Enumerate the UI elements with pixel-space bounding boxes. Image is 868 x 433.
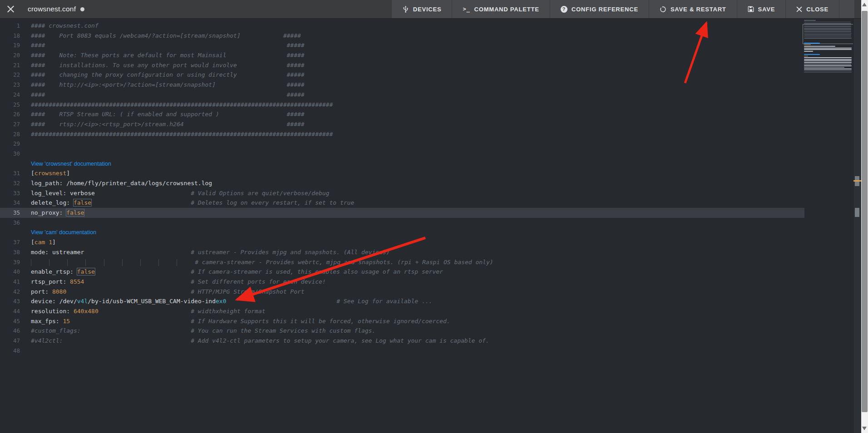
indent-guide — [177, 259, 195, 266]
line-content: #### Note: These ports are default for m… — [31, 50, 804, 60]
line-number: 45 — [0, 316, 31, 326]
devices-button[interactable]: DEVICES — [392, 0, 452, 18]
line-content: [cam 1] — [31, 237, 804, 247]
line-content: device: /dev/v4l/by-id/usb-WCM_USB_WEB_C… — [31, 296, 804, 306]
code-line[interactable]: 37[cam 1] — [0, 237, 804, 247]
code-line[interactable]: 33log_level: verbose # Valid Options are… — [0, 188, 804, 198]
minimap[interactable] — [804, 20, 854, 75]
line-number: 42 — [0, 287, 31, 297]
code-line[interactable]: 24#### ##### — [0, 90, 804, 100]
code-line[interactable]: 19#### ##### — [0, 40, 804, 50]
line-number: 25 — [0, 100, 31, 110]
line-number: 32 — [0, 178, 31, 188]
code-line[interactable]: 18#### Port 8083 equals /webcam4/?action… — [0, 31, 804, 41]
line-number: 23 — [0, 80, 31, 90]
code-rows: 1#### crowsnest.conf18#### Port 8083 equ… — [0, 21, 804, 355]
code-line[interactable]: 47#v4l2ctl: # Add v4l2-ctl parameters to… — [0, 336, 804, 346]
close-label: CLOSE — [806, 6, 829, 13]
code-line[interactable]: 25######################################… — [0, 100, 804, 110]
line-content: ########################################… — [31, 129, 804, 139]
devices-label: DEVICES — [413, 6, 442, 13]
code-line[interactable]: 32log_path: /home/fly/printer_data/logs/… — [0, 178, 804, 188]
minimap-line — [804, 57, 852, 58]
line-number: 27 — [0, 119, 31, 129]
line-number: 30 — [0, 149, 31, 159]
minimap-box-outline — [803, 24, 854, 44]
code-line[interactable]: 46#custom_flags: # You can run the Strea… — [0, 326, 804, 336]
minimap-line — [804, 59, 852, 60]
line-number: 22 — [0, 70, 31, 80]
code-line[interactable]: 48 — [0, 346, 804, 356]
line-number: 43 — [0, 296, 31, 306]
vertical-scrollbar[interactable] — [861, 0, 868, 433]
line-number: 31 — [0, 168, 31, 178]
command-palette-button[interactable]: >_ COMMAND PALETTE — [452, 0, 549, 18]
occurrence-mark — [855, 208, 859, 217]
code-line[interactable]: 41rtsp_port: 8554 # Set different ports … — [0, 277, 804, 287]
code-line[interactable]: 31[crowsnest] — [0, 168, 804, 178]
documentation-link[interactable]: View 'cam' documentation — [31, 229, 96, 236]
scroll-up-arrow-icon[interactable] — [862, 3, 867, 6]
scroll-annotation-gutter[interactable] — [853, 18, 861, 433]
line-number: 48 — [0, 346, 31, 356]
minimap-line — [804, 65, 852, 66]
line-content: # camera-streamer - Provides webrtc, mjp… — [31, 257, 804, 267]
minimap-line — [804, 54, 820, 55]
scrollbar-thumb[interactable] — [862, 11, 868, 412]
code-line[interactable]: 42port: 8080 # HTTP/MJPG Stream/Snapshot… — [0, 287, 804, 297]
code-line[interactable]: 23#### http://<ip>:<port>/?action=[strea… — [0, 80, 804, 90]
minimap-line — [804, 67, 844, 68]
code-line[interactable]: 40enable_rtsp: false # If camera-streame… — [0, 267, 804, 277]
code-editor[interactable]: 1#### crowsnest.conf18#### Port 8083 equ… — [0, 18, 861, 433]
code-line[interactable]: 21#### installations. To use any other p… — [0, 60, 804, 70]
scroll-down-arrow-icon[interactable] — [862, 427, 867, 430]
line-content: #### rtsp://<ip>:<rtsp_port>/stream.h264… — [31, 119, 804, 129]
code-line[interactable]: 29 — [0, 139, 804, 149]
line-number: 47 — [0, 336, 31, 346]
line-content: #### Port 8083 equals /webcam4/?action=[… — [31, 31, 804, 41]
indent-guide — [104, 259, 122, 266]
line-number: 38 — [0, 247, 31, 257]
minimap-line — [804, 22, 851, 23]
line-content: log_path: /home/fly/printer_data/logs/cr… — [31, 178, 804, 188]
restart-icon — [660, 6, 666, 13]
line-content: no_proxy: false — [31, 208, 804, 218]
code-line[interactable]: 39# camera-streamer - Provides webrtc, m… — [0, 257, 804, 267]
line-number: 34 — [0, 198, 31, 208]
code-line[interactable]: 36 — [0, 218, 804, 228]
code-line[interactable]: 45max_fps: 15 # If Hardware Supports thi… — [0, 316, 804, 326]
close-button[interactable]: CLOSE — [785, 0, 839, 18]
code-line[interactable]: 27#### rtsp://<ip>:<rtsp_port>/stream.h2… — [0, 119, 804, 129]
code-line[interactable]: 38mode: ustreamer # ustreamer - Provides… — [0, 247, 804, 257]
line-content — [31, 346, 804, 356]
line-number: 24 — [0, 90, 31, 100]
config-reference-button[interactable]: ? CONFIG REFERENCE — [550, 0, 649, 18]
code-line[interactable]: 35no_proxy: false — [0, 208, 804, 218]
minimap-line — [804, 74, 807, 74]
minimap-line — [804, 69, 852, 69]
code-line[interactable]: 26#### RTSP Stream URL: ( if enabled and… — [0, 109, 804, 119]
save-button[interactable]: SAVE — [737, 0, 786, 18]
code-lens-row[interactable]: View 'cam' documentation — [0, 227, 804, 237]
line-number: 18 — [0, 31, 31, 41]
code-line[interactable]: 34delete_log: false # Deletes log on eve… — [0, 198, 804, 208]
close-icon[interactable] — [7, 5, 15, 13]
line-content: #### ##### — [31, 40, 804, 50]
modified-indicator-dot — [80, 7, 84, 11]
code-line[interactable]: 43device: /dev/v4l/by-id/usb-WCM_USB_WEB… — [0, 296, 804, 306]
line-number: 29 — [0, 139, 31, 149]
code-line[interactable]: 1#### crowsnest.conf — [0, 21, 804, 31]
save-restart-button[interactable]: SAVE & RESTART — [649, 0, 737, 18]
code-lens-row[interactable]: View 'crowsnest' documentation — [0, 159, 804, 169]
code-line[interactable]: 22#### changing the proxy configuration … — [0, 70, 804, 80]
code-line[interactable]: 28######################################… — [0, 129, 804, 139]
indent-guide — [158, 259, 177, 266]
line-content: View 'cam' documentation — [31, 227, 804, 237]
line-content: View 'crowsnest' documentation — [31, 159, 804, 169]
code-line[interactable]: 30 — [0, 149, 804, 159]
minimap-line — [804, 46, 835, 47]
code-line[interactable]: 44resolution: 640x480 # widthxheight for… — [0, 306, 804, 316]
code-line[interactable]: 20#### Note: These ports are default for… — [0, 50, 804, 60]
current-line-mark — [853, 180, 861, 182]
documentation-link[interactable]: View 'crowsnest' documentation — [31, 161, 111, 167]
